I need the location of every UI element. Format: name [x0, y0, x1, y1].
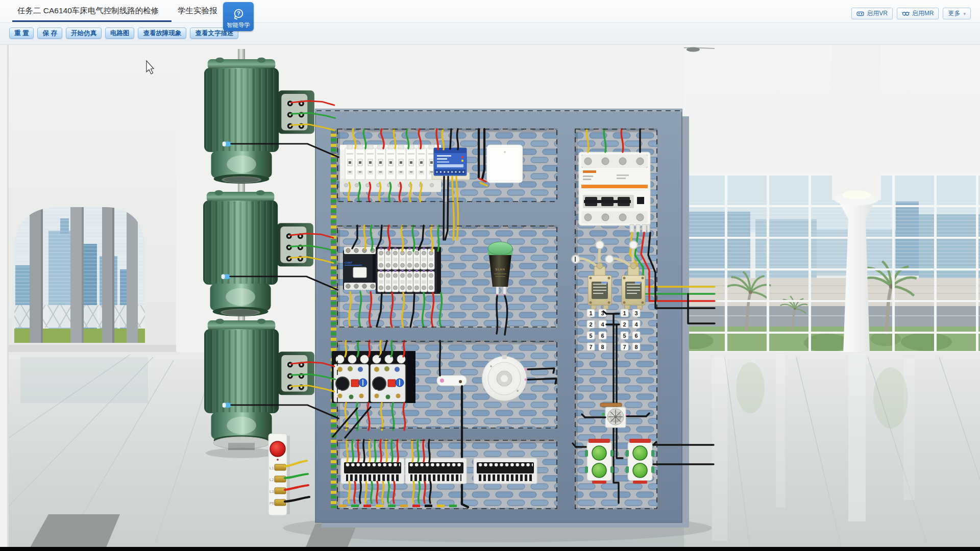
- terminal-label-l2: L2: [270, 478, 274, 482]
- svg-text:8: 8: [634, 344, 638, 350]
- scene-3d-viewport[interactable]: CHNT SLAN: [0, 45, 980, 551]
- svg-text:4: 4: [634, 321, 638, 328]
- letterbox-bar: [0, 547, 980, 551]
- terminal-label-pe: PE: [270, 501, 275, 506]
- power-module[interactable]: [432, 148, 470, 180]
- svg-text:7: 7: [589, 344, 592, 350]
- push-button-station-2[interactable]: [626, 439, 654, 484]
- save-button[interactable]: 保 存: [37, 28, 62, 39]
- svg-text:2: 2: [589, 321, 592, 328]
- tab-student-report-label: 学生实验报: [178, 6, 217, 16]
- left-wall: [0, 45, 176, 357]
- svg-text:7: 7: [623, 344, 626, 350]
- glass-curtain-wall: [675, 173, 980, 354]
- tab-bar: 任务二 CA6140车床电气控制线路的检修 学生实验报 启用VR 启用MR 更多…: [0, 0, 980, 23]
- enable-mr-label: 启用MR: [912, 9, 934, 18]
- svg-text:6: 6: [634, 333, 638, 339]
- svg-text:6: 6: [601, 333, 604, 339]
- city-view-left: [14, 204, 145, 345]
- wall-edge-strip: [0, 45, 7, 551]
- push-button-station-1[interactable]: [585, 439, 614, 484]
- svg-text:5: 5: [589, 333, 592, 339]
- start-simulation-button[interactable]: 开始仿真: [66, 28, 102, 39]
- svg-text:3: 3: [634, 310, 638, 316]
- sim-toolbar: 重 置 保 存 开始仿真 电路图 查看故障现象 查看文字描述: [0, 22, 980, 45]
- wall-edge-seam: [7, 45, 9, 551]
- main-breaker[interactable]: [579, 152, 650, 232]
- junction-box[interactable]: [487, 145, 524, 183]
- svg-text:5: 5: [623, 333, 626, 339]
- enable-vr-label: 启用VR: [867, 9, 888, 18]
- thermal-relay-assembly[interactable]: [332, 351, 415, 403]
- svg-text:1: 1: [623, 310, 626, 316]
- tab-student-report[interactable]: 学生实验报: [178, 0, 217, 22]
- top-actions: 启用VR 启用MR 更多 ▾: [851, 8, 971, 19]
- enable-vr-button[interactable]: 启用VR: [851, 8, 893, 19]
- caret-down-icon: ▾: [963, 11, 966, 16]
- control-panel[interactable]: CHNT SLAN: [315, 109, 715, 528]
- tab-task[interactable]: 任务二 CA6140车床电气控制线路的检修: [17, 0, 159, 22]
- fuse-bank[interactable]: [376, 247, 441, 294]
- terminal-label-l1: L1: [270, 466, 274, 470]
- active-tab-underline: [12, 20, 172, 22]
- head-question-icon: ?: [232, 8, 245, 21]
- more-button[interactable]: 更多 ▾: [943, 8, 971, 19]
- ceiling-vent: [687, 47, 700, 52]
- circuit-diagram-button[interactable]: 电路图: [105, 28, 135, 39]
- view-fault-button[interactable]: 查看故障现象: [138, 28, 186, 39]
- svg-text:4: 4: [601, 321, 604, 328]
- vr-headset-icon: [856, 11, 864, 17]
- wire-duct: [331, 131, 336, 508]
- svg-text:?: ?: [237, 10, 240, 16]
- smart-guide-button[interactable]: ? 智能导学: [223, 2, 254, 31]
- svg-text:2: 2: [623, 321, 626, 328]
- thermal-relay-1[interactable]: [334, 364, 369, 402]
- enable-mr-button[interactable]: 启用MR: [897, 8, 939, 19]
- mr-glasses-icon: [902, 11, 910, 17]
- contactor[interactable]: CHNT: [343, 247, 377, 290]
- thermal-relay-2[interactable]: [371, 364, 405, 402]
- more-label: 更多: [948, 9, 960, 18]
- tab-task-label: 任务二 CA6140车床电气控制线路的检修: [17, 6, 159, 16]
- terminal-label-l3: L3: [270, 489, 274, 494]
- smart-guide-label: 智能导学: [227, 21, 250, 29]
- contactor-brand: CHNT: [345, 261, 353, 264]
- reset-button[interactable]: 重 置: [9, 28, 34, 39]
- red-indicator-button[interactable]: [270, 441, 285, 457]
- pilot-lamp-brand: SLAN: [495, 268, 505, 271]
- svg-text:8: 8: [601, 344, 604, 350]
- svg-text:1: 1: [589, 310, 592, 316]
